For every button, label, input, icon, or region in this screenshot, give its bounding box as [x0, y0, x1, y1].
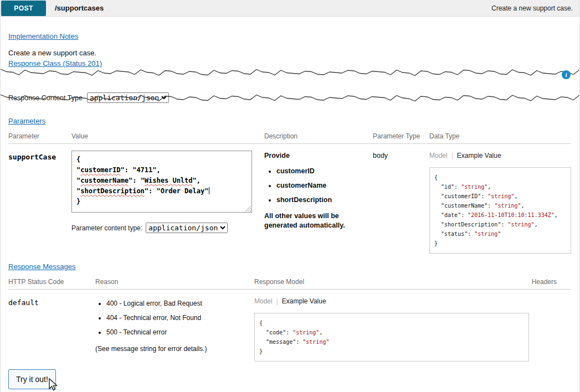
parameter-content-type-row: Parameter content type:application/json	[71, 223, 264, 233]
parameter-description-cell: Provide customerID customerName shortDes…	[264, 151, 373, 230]
parameters-section: Parameters Parameter Value Description P…	[1, 116, 579, 254]
response-model-cell: Model|Example Value { "code": "string", …	[254, 296, 529, 362]
response-messages-link[interactable]: Response Messages	[8, 262, 75, 271]
col-http-status-code: HTTP Status Code	[8, 278, 95, 286]
tab-model[interactable]: Model	[254, 297, 273, 305]
response-messages-section: Response Messages HTTP Status Code Reaso…	[1, 261, 579, 362]
parameter-value-editor[interactable]: { "customerID": "4711", "customerName": …	[71, 151, 252, 213]
response-content-type-row: Response Content Typeapplication/json	[8, 92, 169, 103]
model-example-tabs: Model|Example Value	[254, 297, 529, 305]
parameters-link[interactable]: Parameters	[8, 117, 45, 125]
response-status-code: default	[8, 296, 95, 307]
parameters-table-header: Parameter Value Description Parameter Ty…	[8, 132, 571, 144]
parameter-row-supportcase: supportCase { "customerID": "4711", "cus…	[8, 144, 571, 254]
data-type-cell: Model|Example Value { "id": "string", "c…	[429, 151, 571, 254]
implementation-notes-text: Create a new support case.	[8, 49, 572, 57]
parameter-name: supportCase	[8, 151, 71, 161]
description-note: All other values will be generated autom…	[264, 212, 365, 230]
description-bullet: customerID	[276, 167, 365, 175]
col-headers: Headers	[529, 278, 571, 286]
tab-separator: |	[451, 152, 453, 159]
col-parameter: Parameter	[8, 132, 71, 140]
response-reason-cell: 400 - Logical error, Bad Request 404 - T…	[95, 296, 254, 359]
reason-note: (See message string for error details.)	[95, 345, 254, 353]
description-bullet: shortDescription	[276, 196, 365, 204]
tab-example-value[interactable]: Example Value	[457, 152, 501, 159]
torn-edge-top	[1, 69, 579, 76]
response-class-link[interactable]: Response Class (Status 201)	[8, 59, 102, 68]
parameter-content-type-label: Parameter content type:	[71, 224, 142, 232]
description-intro: Provide	[264, 152, 365, 159]
operation-summary: Create a new support case.	[491, 4, 573, 12]
description-bullet-list: customerID customerName shortDescription	[264, 167, 365, 204]
operation-header: POST /supportcases Create a new support …	[1, 0, 579, 17]
implementation-notes-link[interactable]: Implementation Notes	[8, 32, 78, 40]
tab-example-value[interactable]: Example Value	[282, 297, 326, 305]
response-content-type-label: Response Content Type	[8, 94, 83, 102]
response-example-value-box: { "code": "string", "message": "string" …	[254, 313, 529, 362]
info-icon[interactable]: i	[562, 70, 571, 79]
col-data-type: Data Type	[429, 132, 571, 140]
implementation-notes-section: Implementation Notes Create a new suppor…	[1, 17, 579, 57]
tab-model[interactable]: Model	[429, 152, 448, 159]
parameter-type-cell: body	[373, 151, 429, 159]
response-content-type-select[interactable]: application/json	[87, 92, 169, 103]
reason-bullet: 400 - Logical error, Bad Request	[106, 300, 254, 307]
example-value-box: { "id": "string", "customerID": "string"…	[429, 167, 571, 254]
reason-bullet: 500 - Technical error	[106, 328, 254, 336]
torn-section: Response Class (Status 201) i Response C…	[1, 58, 579, 114]
reason-bullet-list: 400 - Logical error, Bad Request 404 - T…	[95, 300, 254, 336]
col-reason: Reason	[95, 278, 254, 286]
http-method-badge[interactable]: POST	[1, 1, 46, 16]
api-operation-panel: POST /supportcases Create a new support …	[0, 0, 580, 392]
parameter-content-type-select[interactable]: application/json	[146, 223, 228, 233]
col-value: Value	[71, 132, 264, 140]
parameter-value-cell: { "customerID": "4711", "customerName": …	[71, 151, 264, 233]
response-row-default: default 400 - Logical error, Bad Request…	[8, 290, 571, 362]
model-example-tabs: Model|Example Value	[429, 152, 571, 159]
description-bullet: customerName	[276, 182, 365, 189]
col-parameter-type: Parameter Type	[373, 132, 429, 140]
col-response-model: Response Model	[254, 278, 529, 286]
reason-bullet: 404 - Technical error, Not Found	[106, 314, 254, 322]
endpoint-path[interactable]: /supportcases	[55, 4, 104, 12]
tab-separator: |	[276, 297, 278, 305]
try-it-out-button[interactable]: Try it out!	[8, 369, 56, 389]
col-description: Description	[264, 132, 373, 140]
response-table-header: HTTP Status Code Reason Response Model H…	[8, 278, 571, 290]
